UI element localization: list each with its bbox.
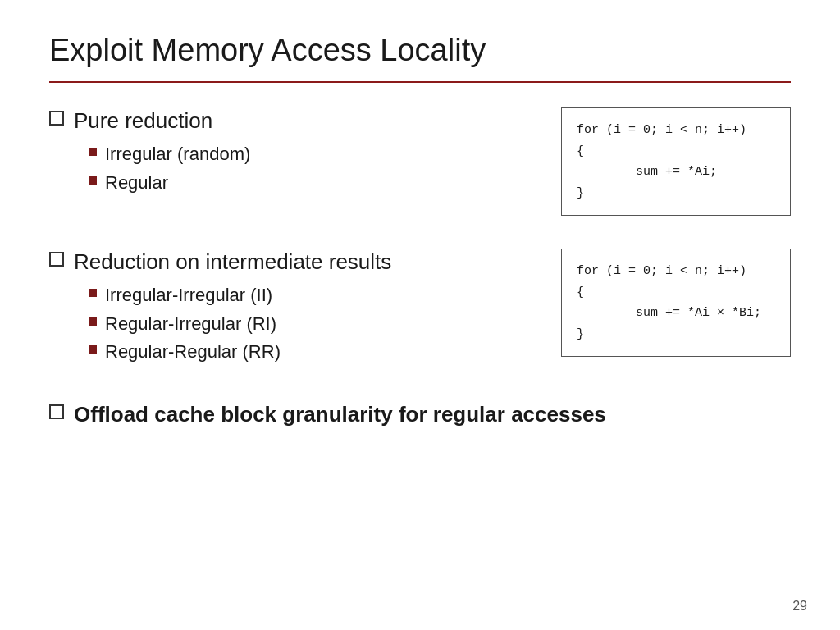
bullet-icon-3: [49, 404, 64, 419]
code-pure-reduction: for (i = 0; i < n; i++) { sum += *Ai; }: [561, 107, 791, 216]
code-line-1-1: for (i = 0; i < n; i++): [577, 120, 775, 141]
page-number: 29: [792, 599, 807, 614]
code-line-2-4: }: [577, 324, 775, 345]
regular-1-label: Regular: [105, 171, 168, 196]
code-line-2-3: sum += *Ai × *Bi;: [577, 303, 775, 324]
sub-bullet-icon-1: [89, 148, 97, 156]
rr-label: Regular-Regular (RR): [105, 340, 281, 365]
code-line-1-4: }: [577, 183, 775, 204]
bullet-rr: Regular-Regular (RR): [89, 340, 528, 365]
slide-title: Exploit Memory Access Locality: [49, 33, 791, 68]
spacer-1: [49, 232, 791, 249]
bullet-ii: Irregular-Irregular (II): [89, 283, 528, 308]
code-reduction-intermediate: for (i = 0; i < n; i++) { sum += *Ai × *…: [561, 249, 791, 357]
section-left-2: Reduction on intermediate results Irregu…: [49, 249, 528, 368]
spacer-2: [49, 385, 791, 401]
code-line-1-3: sum += *Ai;: [577, 162, 775, 183]
section-left-1: Pure reduction Irregular (random) Regula…: [49, 107, 528, 199]
section-left-3: Offload cache block granularity for regu…: [49, 401, 791, 436]
title-divider: [49, 81, 791, 83]
code-box-2: for (i = 0; i < n; i++) { sum += *Ai × *…: [561, 249, 791, 357]
sub-bullet-icon-4: [89, 317, 97, 326]
bullet-irregular-random: Irregular (random): [89, 142, 528, 167]
bullet-icon-2: [49, 252, 64, 267]
ii-label: Irregular-Irregular (II): [105, 283, 272, 308]
bullet-reduction-intermediate: Reduction on intermediate results: [49, 249, 528, 276]
bullet-icon-1: [49, 111, 64, 126]
bullet-pure-reduction: Pure reduction: [49, 107, 528, 135]
code-box-1: for (i = 0; i < n; i++) { sum += *Ai; }: [561, 107, 791, 216]
offload-cache-label: Offload cache block granularity for regu…: [74, 401, 606, 429]
reduction-intermediate-label: Reduction on intermediate results: [74, 249, 391, 276]
sub-bullet-icon-5: [89, 345, 97, 354]
reduction-intermediate-subitems: Irregular-Irregular (II) Regular-Irregul…: [89, 283, 528, 365]
bullet-ri: Regular-Irregular (RI): [89, 312, 528, 337]
ri-label: Regular-Irregular (RI): [105, 312, 276, 337]
code-line-2-1: for (i = 0; i < n; i++): [577, 261, 775, 282]
sub-bullet-icon-3: [89, 289, 97, 297]
irregular-random-label: Irregular (random): [105, 142, 250, 167]
section-offload-cache: Offload cache block granularity for regu…: [49, 401, 791, 436]
slide-content: Pure reduction Irregular (random) Regula…: [49, 107, 791, 452]
bullet-regular-1: Regular: [89, 171, 528, 196]
slide: Exploit Memory Access Locality Pure redu…: [0, 0, 840, 630]
bullet-offload-cache: Offload cache block granularity for regu…: [49, 401, 791, 429]
section-pure-reduction: Pure reduction Irregular (random) Regula…: [49, 107, 791, 216]
pure-reduction-subitems: Irregular (random) Regular: [89, 142, 528, 196]
pure-reduction-label: Pure reduction: [74, 107, 212, 135]
code-line-1-2: {: [577, 141, 775, 162]
section-reduction-intermediate: Reduction on intermediate results Irregu…: [49, 249, 791, 368]
sub-bullet-icon-2: [89, 176, 97, 185]
code-line-2-2: {: [577, 282, 775, 304]
